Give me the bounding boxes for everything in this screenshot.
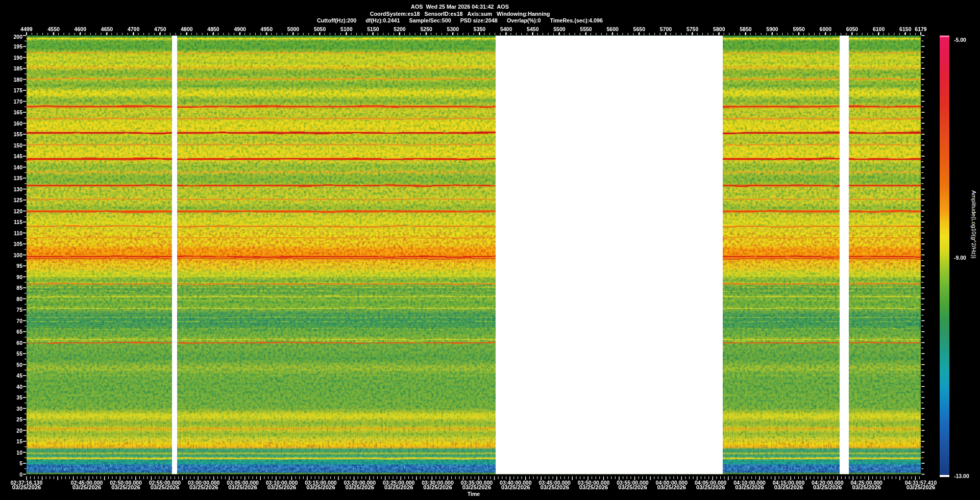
svg-text:5100: 5100 bbox=[340, 26, 353, 32]
svg-text:4950: 4950 bbox=[261, 26, 273, 32]
svg-text:6179: 6179 bbox=[915, 26, 927, 32]
svg-text:175: 175 bbox=[13, 87, 22, 93]
svg-text:03/25/2026: 03/25/2026 bbox=[696, 484, 725, 490]
svg-text:03/25/2026: 03/25/2026 bbox=[306, 484, 335, 490]
svg-text:5400: 5400 bbox=[500, 26, 512, 32]
svg-text:03/25/2026: 03/25/2026 bbox=[906, 484, 936, 490]
svg-text:105: 105 bbox=[13, 241, 22, 247]
svg-text:125: 125 bbox=[13, 197, 22, 203]
svg-text:03/25/2026: 03/25/2026 bbox=[657, 484, 687, 490]
svg-text:5700: 5700 bbox=[660, 26, 672, 32]
svg-text:115: 115 bbox=[14, 219, 22, 225]
svg-text:5800: 5800 bbox=[713, 26, 725, 32]
svg-text:30: 30 bbox=[16, 406, 22, 412]
svg-text:6000: 6000 bbox=[820, 26, 832, 32]
svg-text:50: 50 bbox=[16, 362, 22, 368]
svg-text:20: 20 bbox=[16, 428, 22, 434]
svg-text:03/25/2026: 03/25/2026 bbox=[774, 484, 803, 490]
svg-text:15: 15 bbox=[16, 438, 22, 444]
svg-text:03/25/2026: 03/25/2026 bbox=[267, 484, 297, 490]
svg-text:Cuttoff(Hz):200 df(Hz):0.: Cuttoff(Hz):200 df(Hz):0.2441 Sample/Sec… bbox=[317, 17, 603, 23]
svg-text:5200: 5200 bbox=[394, 26, 406, 32]
svg-text:5650: 5650 bbox=[633, 26, 646, 32]
svg-text:5050: 5050 bbox=[314, 26, 326, 32]
svg-text:03/25/2026: 03/25/2026 bbox=[346, 484, 375, 490]
svg-text:10: 10 bbox=[16, 449, 22, 456]
svg-text:185: 185 bbox=[13, 65, 22, 71]
svg-text:160: 160 bbox=[13, 120, 22, 127]
svg-text:Amplitude(Log10(g^2/Hz)): Amplitude(Log10(g^2/Hz)) bbox=[971, 190, 977, 259]
svg-text:5850: 5850 bbox=[740, 26, 752, 32]
svg-text:5: 5 bbox=[19, 460, 22, 466]
svg-text:65: 65 bbox=[16, 329, 22, 335]
svg-text:165: 165 bbox=[13, 109, 22, 115]
svg-text:4800: 4800 bbox=[181, 26, 193, 32]
svg-text:03/25/2026: 03/25/2026 bbox=[501, 484, 530, 490]
svg-text:195: 195 bbox=[13, 43, 22, 49]
svg-text:5550: 5550 bbox=[580, 26, 592, 32]
svg-text:4700: 4700 bbox=[128, 26, 140, 32]
svg-text:130: 130 bbox=[13, 186, 22, 192]
svg-text:03/25/2026: 03/25/2026 bbox=[12, 484, 41, 490]
svg-text:5300: 5300 bbox=[447, 26, 459, 32]
svg-text:-13.00: -13.00 bbox=[954, 473, 969, 479]
svg-text:03/25/2026: 03/25/2026 bbox=[735, 484, 764, 490]
svg-text:70: 70 bbox=[16, 318, 22, 324]
svg-text:55: 55 bbox=[16, 351, 22, 357]
svg-text:5000: 5000 bbox=[287, 26, 300, 32]
svg-text:5900: 5900 bbox=[766, 26, 778, 32]
svg-text:100: 100 bbox=[13, 252, 22, 258]
svg-text:5750: 5750 bbox=[687, 26, 699, 32]
svg-text:5350: 5350 bbox=[474, 26, 486, 32]
svg-text:6150: 6150 bbox=[899, 26, 912, 32]
svg-text:5600: 5600 bbox=[607, 26, 619, 32]
svg-text:4650: 4650 bbox=[101, 26, 113, 32]
svg-text:03/25/2026: 03/25/2026 bbox=[72, 484, 102, 490]
svg-text:140: 140 bbox=[13, 164, 22, 170]
svg-text:6050: 6050 bbox=[846, 26, 859, 32]
svg-text:-5.00: -5.00 bbox=[954, 37, 966, 43]
svg-text:03/25/2026: 03/25/2026 bbox=[384, 484, 413, 490]
svg-text:5950: 5950 bbox=[793, 26, 805, 32]
svg-text:-9.00: -9.00 bbox=[954, 255, 966, 261]
svg-text:03/25/2026: 03/25/2026 bbox=[423, 484, 452, 490]
svg-text:03/25/2026: 03/25/2026 bbox=[189, 484, 218, 490]
svg-text:75: 75 bbox=[16, 307, 22, 313]
svg-text:03/25/2026: 03/25/2026 bbox=[228, 484, 257, 490]
svg-text:03/25/2026: 03/25/2026 bbox=[852, 484, 881, 490]
svg-text:85: 85 bbox=[16, 285, 22, 291]
svg-text:4600: 4600 bbox=[75, 26, 87, 32]
svg-text:200: 200 bbox=[13, 34, 22, 40]
svg-text:60: 60 bbox=[16, 340, 22, 346]
svg-text:5150: 5150 bbox=[367, 26, 379, 32]
svg-text:4850: 4850 bbox=[207, 26, 219, 32]
svg-text:95: 95 bbox=[16, 263, 22, 269]
svg-text:190: 190 bbox=[13, 55, 22, 61]
svg-text:4900: 4900 bbox=[234, 26, 247, 32]
svg-text:145: 145 bbox=[13, 153, 22, 159]
svg-text:45: 45 bbox=[16, 372, 22, 379]
svg-text:4750: 4750 bbox=[154, 26, 166, 32]
svg-text:AOS Wed 25 Mar 2026 04:31:42: AOS Wed 25 Mar 2026 04:31:42 AOS bbox=[411, 4, 509, 10]
svg-text:03/25/2026: 03/25/2026 bbox=[579, 484, 608, 490]
svg-text:150: 150 bbox=[13, 142, 22, 148]
svg-text:6100: 6100 bbox=[873, 26, 885, 32]
svg-text:5500: 5500 bbox=[553, 26, 566, 32]
svg-text:0: 0 bbox=[19, 471, 22, 478]
svg-text:03/25/2026: 03/25/2026 bbox=[813, 484, 842, 490]
svg-text:03/25/2026: 03/25/2026 bbox=[540, 484, 569, 490]
svg-text:135: 135 bbox=[13, 175, 22, 181]
svg-text:25: 25 bbox=[16, 416, 22, 422]
svg-text:4499: 4499 bbox=[20, 26, 33, 32]
svg-text:80: 80 bbox=[16, 296, 22, 302]
svg-text:03/25/2026: 03/25/2026 bbox=[111, 484, 140, 490]
svg-text:110: 110 bbox=[14, 230, 22, 236]
svg-text:5250: 5250 bbox=[421, 26, 433, 32]
svg-text:170: 170 bbox=[13, 98, 22, 105]
svg-text:03/25/2026: 03/25/2026 bbox=[618, 484, 647, 490]
svg-text:03/25/2026: 03/25/2026 bbox=[151, 484, 180, 490]
svg-text:155: 155 bbox=[13, 131, 22, 137]
svg-text:5450: 5450 bbox=[527, 26, 539, 32]
svg-text:03/25/2026: 03/25/2026 bbox=[462, 484, 492, 490]
svg-text:CoordSystem:es18 SensorID:es: CoordSystem:es18 SensorID:es18 Axis:sum … bbox=[370, 11, 550, 17]
